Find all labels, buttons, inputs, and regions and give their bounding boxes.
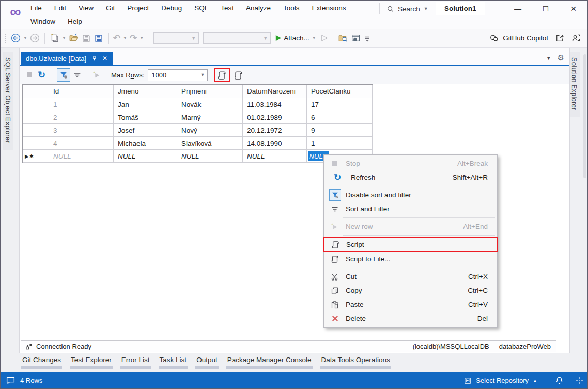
platform-combobox[interactable]: ▼ bbox=[203, 32, 271, 44]
maximize-button[interactable]: ☐ bbox=[532, 1, 560, 17]
cell[interactable]: 1 bbox=[307, 137, 373, 150]
context-menu-item-script[interactable]: Script bbox=[323, 237, 498, 252]
column-header-prijmeni[interactable]: Prijmeni bbox=[177, 85, 243, 98]
cell[interactable]: 20.12.1972 bbox=[243, 124, 307, 137]
save-button[interactable] bbox=[80, 32, 92, 45]
cell[interactable]: 9 bbox=[307, 124, 373, 137]
tab-output[interactable]: Output bbox=[195, 356, 219, 369]
new-project-button[interactable] bbox=[48, 32, 61, 45]
tab-task-list[interactable]: Task List bbox=[159, 356, 188, 369]
column-header-datumnarozeni[interactable]: DatumNarozeni bbox=[243, 85, 307, 98]
cell[interactable]: 3 bbox=[49, 124, 114, 137]
menu-help[interactable]: Help bbox=[61, 14, 88, 28]
row-header[interactable] bbox=[23, 111, 49, 124]
close-tab-icon[interactable]: ✕ bbox=[102, 55, 107, 62]
menu-sql[interactable]: SQL bbox=[188, 1, 214, 15]
context-menu-item-paste[interactable]: Paste Ctrl+V bbox=[324, 298, 497, 312]
context-menu-item-refresh[interactable]: ↻ Refresh Shift+Alt+R bbox=[324, 170, 497, 184]
column-header-id[interactable]: Id bbox=[49, 85, 114, 98]
menu-window[interactable]: Window bbox=[24, 14, 61, 28]
cell[interactable]: Jan bbox=[114, 98, 177, 111]
new-row-button[interactable] bbox=[91, 68, 103, 82]
tab-error-list[interactable]: Error List bbox=[120, 356, 151, 369]
context-menu-item-sort-and-filter[interactable]: Sort and Filter bbox=[324, 202, 497, 216]
toolbar-drag-handle[interactable] bbox=[5, 33, 7, 43]
cell[interactable]: Slavíková bbox=[177, 137, 243, 150]
menu-analyze[interactable]: Analyze bbox=[240, 1, 277, 15]
column-header-pocetclanku[interactable]: PocetClanku bbox=[307, 85, 373, 98]
send-feedback-button[interactable] bbox=[569, 32, 582, 45]
column-header-jmeno[interactable]: Jmeno bbox=[114, 85, 177, 98]
menu-file[interactable]: File bbox=[24, 1, 48, 15]
menu-view[interactable]: View bbox=[72, 1, 100, 15]
tab-dbo-uzivatele-data[interactable]: dbo.Uzivatele [Data] ✕ bbox=[21, 52, 113, 65]
cell[interactable]: 01.02.1989 bbox=[243, 111, 307, 124]
find-in-files-button[interactable] bbox=[336, 32, 349, 45]
cell[interactable]: 6 bbox=[307, 111, 373, 124]
undo-icon[interactable]: ↶ bbox=[112, 32, 122, 45]
cell[interactable]: 2 bbox=[49, 111, 114, 124]
menu-edit[interactable]: Edit bbox=[48, 1, 72, 15]
menu-git[interactable]: Git bbox=[100, 1, 121, 15]
navigate-forward-button[interactable] bbox=[28, 32, 41, 45]
menu-test[interactable]: Test bbox=[214, 1, 240, 15]
context-menu-item-cut[interactable]: Cut Ctrl+X bbox=[324, 270, 497, 284]
cell[interactable]: Michaela bbox=[114, 137, 177, 150]
share-button[interactable] bbox=[553, 32, 566, 45]
cell[interactable]: Marný bbox=[177, 111, 243, 124]
tab-list-chevron-icon[interactable]: ▼ bbox=[546, 55, 551, 61]
cell[interactable]: Novák bbox=[177, 98, 243, 111]
cell[interactable]: 1 bbox=[49, 98, 114, 111]
row-header[interactable] bbox=[23, 98, 49, 111]
menu-tools[interactable]: Tools bbox=[277, 1, 306, 15]
context-menu-item-disable-sort-and-filter[interactable]: Disable sort and filter bbox=[324, 188, 497, 202]
open-file-button[interactable] bbox=[67, 32, 80, 45]
cell[interactable]: NULL bbox=[49, 150, 114, 163]
tab-package-manager-console[interactable]: Package Manager Console bbox=[226, 356, 313, 369]
gear-icon[interactable]: ⚙ bbox=[558, 53, 564, 63]
cell[interactable]: Josef bbox=[114, 124, 177, 137]
redo-caret[interactable]: ▼ bbox=[138, 36, 145, 40]
attach-run-button[interactable]: Attach... ▼ bbox=[273, 32, 318, 45]
save-all-button[interactable] bbox=[92, 32, 105, 45]
stop-icon[interactable] bbox=[27, 72, 32, 77]
browser-window-button[interactable] bbox=[349, 32, 362, 45]
undo-caret[interactable]: ▼ bbox=[122, 36, 128, 40]
search-control[interactable]: Search ▼ bbox=[376, 2, 428, 15]
menu-project[interactable]: Project bbox=[121, 1, 155, 15]
tab-git-changes[interactable]: Git Changes bbox=[21, 356, 62, 369]
github-copilot-button[interactable]: GitHub Copilot bbox=[489, 33, 548, 43]
context-menu-item-stop[interactable]: Stop Alt+Break bbox=[324, 157, 497, 170]
redo-icon[interactable]: ↷ bbox=[128, 32, 138, 45]
strip-scrollbar[interactable] bbox=[583, 54, 586, 178]
select-repository-button[interactable]: Select Repository ▲ bbox=[463, 377, 537, 385]
context-menu-item-script-to-file[interactable]: Script to File... bbox=[324, 252, 497, 266]
resize-grip[interactable] bbox=[576, 377, 583, 384]
cell[interactable]: NULL bbox=[114, 150, 177, 163]
sort-filter-button[interactable] bbox=[71, 68, 83, 82]
feedback-bubble-icon[interactable] bbox=[6, 376, 16, 385]
cell[interactable]: 4 bbox=[49, 137, 114, 150]
cell[interactable]: Nový bbox=[177, 124, 243, 137]
sidebar-tab-sql-server-object-explorer[interactable]: SQL Server Object Explorer bbox=[3, 52, 13, 150]
menu-extensions[interactable]: Extensions bbox=[305, 1, 352, 15]
cell[interactable]: Tomáš bbox=[114, 111, 177, 124]
new-row-header[interactable]: ▶✱ bbox=[23, 150, 49, 163]
cell[interactable]: 14.08.1990 bbox=[243, 137, 307, 150]
context-menu-item-delete[interactable]: Delete Del bbox=[324, 312, 497, 325]
menu-debug[interactable]: Debug bbox=[155, 1, 188, 15]
disable-sort-filter-button[interactable] bbox=[57, 68, 70, 82]
close-button[interactable]: ✕ bbox=[560, 1, 587, 17]
script-to-file-button[interactable] bbox=[232, 68, 245, 82]
refresh-icon[interactable]: ↻ bbox=[38, 69, 45, 81]
context-menu-item-copy[interactable]: Copy Ctrl+C bbox=[324, 284, 497, 298]
pin-icon[interactable] bbox=[91, 55, 98, 62]
max-rows-combobox[interactable]: 1000 ▼ bbox=[148, 69, 208, 81]
new-project-caret[interactable]: ▼ bbox=[61, 36, 67, 40]
context-menu-item-new-row[interactable]: New row Alt+End bbox=[324, 220, 497, 234]
back-dropdown-caret[interactable]: ▼ bbox=[22, 36, 28, 40]
tab-test-explorer[interactable]: Test Explorer bbox=[70, 356, 113, 369]
tab-data-tools-operations[interactable]: Data Tools Operations bbox=[320, 356, 391, 369]
notifications-bell-icon[interactable] bbox=[555, 376, 564, 385]
navigate-back-button[interactable] bbox=[9, 32, 22, 45]
